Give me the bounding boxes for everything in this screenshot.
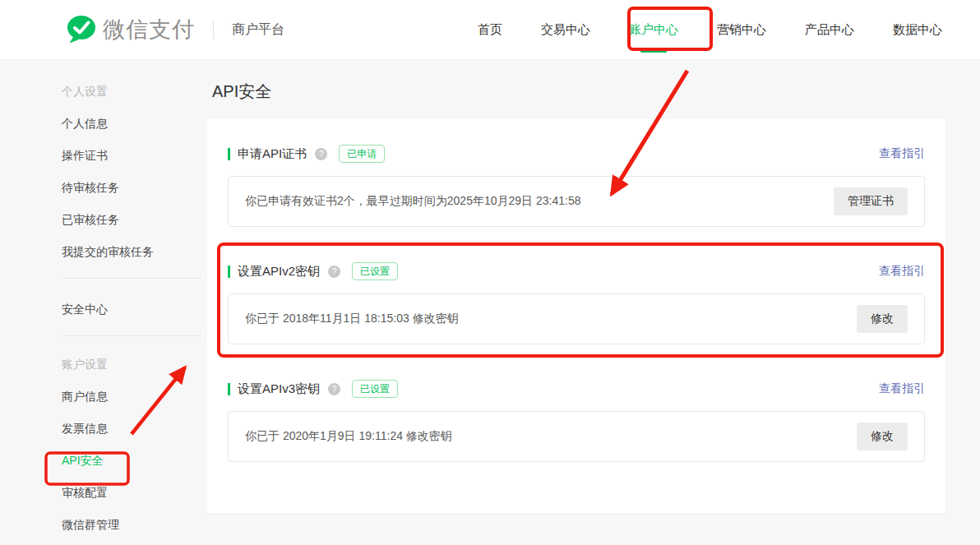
section-accent-bar [228,148,230,160]
apiv2-key-card-header: 设置APIv2密钥 ? 已设置 查看指引 [228,261,925,281]
sidebar-item-invoice-info[interactable]: 发票信息 [62,423,207,434]
wechat-pay-logo-icon [66,15,97,44]
sidebar-item-merchant-info[interactable]: 商户信息 [62,390,207,402]
view-guide-link[interactable]: 查看指引 [879,146,925,161]
nav-item-home[interactable]: 首页 [478,17,502,43]
brand-name: 微信支付 [103,15,195,44]
help-icon[interactable]: ? [328,266,340,278]
active-tab-underline [640,50,667,53]
apiv2-key-row: 你已于 2018年11月1日 18:15:03 修改密钥 修改 [228,293,925,344]
sidebar: 个人设置 个人信息 操作证书 待审核任务 已审核任务 我提交的审核任务 安全中心… [0,60,207,545]
sidebar-section-account-settings: 账户设置 [62,358,207,370]
sidebar-item-api-security[interactable]: API安全 [62,455,207,466]
help-icon[interactable]: ? [328,383,340,395]
status-badge-set: 已设置 [352,380,398,398]
sidebar-item-reviewed-tasks[interactable]: 已审核任务 [62,214,207,225]
top-header: 微信支付 商户平台 首页 交易中心 账户中心 营销中心 产品中心 数据中心 [0,0,980,60]
status-badge-set: 已设置 [352,262,398,280]
view-guide-link[interactable]: 查看指引 [879,381,925,396]
sidebar-item-wechat-group-management[interactable]: 微信群管理 [62,519,207,530]
nav-item-account-center-label: 账户中心 [629,22,678,36]
apiv3-key-card-header: 设置APIv3密钥 ? 已设置 查看指引 [228,379,925,399]
nav-item-product-center[interactable]: 产品中心 [805,17,854,43]
api-certificate-row: 你已申请有效证书2个，最早过期时间为2025年10月29日 23:41:58 管… [228,176,925,227]
modify-apiv2-key-button[interactable]: 修改 [857,305,908,333]
sidebar-section-personal-settings: 个人设置 [62,85,207,97]
brand-divider [213,21,214,39]
apiv2-key-status-text: 你已于 2018年11月1日 18:15:03 修改密钥 [245,312,857,326]
brand-logo[interactable]: 微信支付 [66,15,195,44]
modify-apiv3-key-button[interactable]: 修改 [857,423,908,450]
nav-item-data-center[interactable]: 数据中心 [893,17,942,43]
sidebar-divider [62,335,201,336]
apiv3-key-status-text: 你已于 2020年1月9日 19:11:24 修改密钥 [245,429,857,444]
nav-item-account-center[interactable]: 账户中心 [629,17,678,43]
sidebar-item-pending-review-tasks[interactable]: 待审核任务 [62,182,207,193]
sidebar-item-operation-certificate[interactable]: 操作证书 [62,150,207,161]
page-title: API安全 [212,82,980,101]
section-accent-bar [228,266,230,278]
sidebar-item-personal-info[interactable]: 个人信息 [62,118,207,129]
status-badge-applied: 已申请 [339,145,385,163]
content-area: 个人设置 个人信息 操作证书 待审核任务 已审核任务 我提交的审核任务 安全中心… [0,60,980,545]
sidebar-item-my-submitted-review-tasks[interactable]: 我提交的审核任务 [62,246,207,257]
help-icon[interactable]: ? [315,148,327,160]
api-certificate-card-header: 申请API证书 ? 已申请 查看指引 [228,144,925,164]
section-accent-bar [228,383,230,395]
sidebar-item-review-config[interactable]: 审核配置 [62,487,207,498]
main-nav: 首页 交易中心 账户中心 营销中心 产品中心 数据中心 [478,17,942,43]
apiv2-key-title: 设置APIv2密钥 [238,264,320,279]
merchant-platform-page: 微信支付 商户平台 首页 交易中心 账户中心 营销中心 产品中心 数据中心 个人… [0,0,980,545]
nav-item-marketing-center[interactable]: 营销中心 [717,17,766,43]
view-guide-link[interactable]: 查看指引 [879,264,925,279]
apiv3-key-row: 你已于 2020年1月9日 19:11:24 修改密钥 修改 [228,411,925,462]
brand-subtitle: 商户平台 [232,21,284,39]
apiv3-key-title: 设置APIv3密钥 [238,381,320,397]
api-certificate-status-text: 你已申请有效证书2个，最早过期时间为2025年10月29日 23:41:58 [245,194,834,209]
sidebar-divider [62,278,201,279]
api-security-panel: 申请API证书 ? 已申请 查看指引 你已申请有效证书2个，最早过期时间为202… [207,119,945,513]
api-certificate-title: 申请API证书 [238,146,307,162]
main-panel-area: API安全 申请API证书 ? 已申请 查看指引 你已申请有效证书2个，最早过期… [207,60,980,545]
sidebar-item-security-center[interactable]: 安全中心 [62,303,207,315]
manage-certificate-button[interactable]: 管理证书 [834,187,908,215]
nav-item-transaction-center[interactable]: 交易中心 [541,17,590,43]
